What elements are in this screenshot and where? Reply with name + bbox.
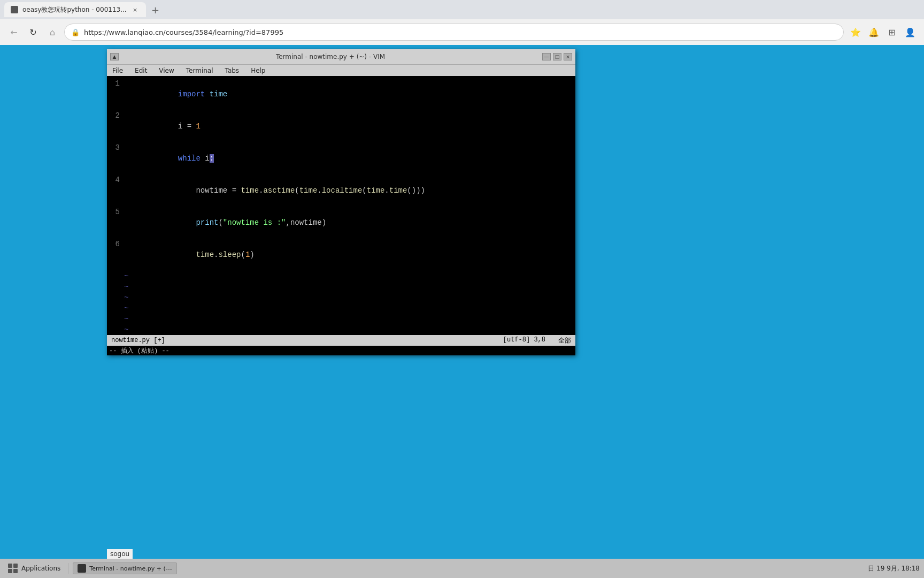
vim-tilde-line: ~ xyxy=(107,292,575,303)
vim-tilde-line: ~ xyxy=(107,324,575,335)
tab-title: oeasy教您玩转python - 000113... xyxy=(22,5,127,14)
vim-titlebar-controls-left: ▲ xyxy=(110,53,119,60)
svg-rect-0 xyxy=(8,564,12,568)
vim-tilde-line: ~ xyxy=(107,303,575,314)
back-button[interactable]: ← xyxy=(6,25,21,40)
reload-button[interactable]: ↻ xyxy=(26,25,41,40)
vim-line-3: 3 while i: xyxy=(107,142,575,174)
extensions-icon[interactable]: ⊞ xyxy=(884,25,899,40)
applications-label: Applications xyxy=(21,565,60,572)
new-tab-button[interactable]: + xyxy=(148,2,163,17)
vim-ctrl-icon: ▲ xyxy=(110,53,119,60)
vim-statusbar: nowtime.py [+] [utf-8] 3,8 全部 xyxy=(107,335,575,346)
taskbar-terminal-label: Terminal - nowtime.py + (--- xyxy=(89,565,172,572)
vim-menubar: File Edit View Terminal Tabs Help xyxy=(107,64,575,76)
notification-icon[interactable]: 🔔 xyxy=(866,25,881,40)
vim-titlebar: ▲ Terminal - nowtime.py + (~) - VIM — □ … xyxy=(107,49,575,64)
vim-titlebar-controls-right: — □ × xyxy=(542,53,572,60)
tab-close-button[interactable]: × xyxy=(131,5,140,14)
vim-line-5: 5 print("nowtime is :",nowtime) xyxy=(107,207,575,239)
vim-menu-help[interactable]: Help xyxy=(249,67,267,74)
vim-close-button[interactable]: × xyxy=(564,53,572,60)
vim-tilde-line: ~ xyxy=(107,282,575,292)
bookmark-icon[interactable]: ⭐ xyxy=(848,25,863,40)
vim-encoding: [utf-8] 3,8 xyxy=(503,336,545,345)
svg-rect-3 xyxy=(13,569,18,573)
browser-chrome: oeasy教您玩转python - 000113... × + ← ↻ ⌂ 🔒 … xyxy=(0,0,924,45)
vim-menu-terminal[interactable]: Terminal xyxy=(184,67,215,74)
vim-line-4: 4 nowtime = time.asctime(time.localtime(… xyxy=(107,174,575,207)
vim-modeline: -- 插入 (粘贴) -- xyxy=(107,346,575,355)
url-text: https://www.lanqiao.cn/courses/3584/lear… xyxy=(84,28,837,36)
vim-tilde-line: ~ xyxy=(107,271,575,282)
terminal-icon xyxy=(78,564,86,573)
svg-rect-2 xyxy=(8,569,12,573)
vim-menu-tabs[interactable]: Tabs xyxy=(223,67,242,74)
taskbar-right: 日 19 9月, 18:18 xyxy=(868,564,920,573)
content-area: ▲ Terminal - nowtime.py + (~) - VIM — □ … xyxy=(0,45,924,578)
applications-icon xyxy=(7,563,18,574)
taskbar: Applications Terminal - nowtime.py + (--… xyxy=(0,559,924,578)
vim-minimize-button[interactable]: — xyxy=(542,53,551,60)
browser-tab-bar: oeasy教您玩转python - 000113... × + xyxy=(0,0,924,19)
vim-filename: nowtime.py [+] xyxy=(111,337,165,344)
home-button[interactable]: ⌂ xyxy=(45,25,60,40)
vim-editor[interactable]: 1 import time 2 i = 1 3 while i: xyxy=(107,76,575,355)
vim-window-title: Terminal - nowtime.py + (~) - VIM xyxy=(119,53,542,60)
vim-tilde-line: ~ xyxy=(107,314,575,324)
vim-scroll: 全部 xyxy=(558,336,571,345)
lock-icon: 🔒 xyxy=(71,28,80,36)
browser-tab[interactable]: oeasy教您玩转python - 000113... × xyxy=(4,2,146,17)
address-bar[interactable]: 🔒 https://www.lanqiao.cn/courses/3584/le… xyxy=(64,24,844,41)
taskbar-datetime: 日 19 9月, 18:18 xyxy=(868,564,920,573)
vim-line-1: 1 import time xyxy=(107,78,575,110)
sogou-label: sogou xyxy=(107,549,133,559)
profile-icon[interactable]: 👤 xyxy=(903,25,918,40)
tab-favicon xyxy=(11,6,18,13)
vim-line-2: 2 i = 1 xyxy=(107,110,575,142)
browser-nav-bar: ← ↻ ⌂ 🔒 https://www.lanqiao.cn/courses/3… xyxy=(0,19,924,45)
vim-terminal-window: ▲ Terminal - nowtime.py + (~) - VIM — □ … xyxy=(107,49,575,355)
vim-line-6: 6 time.sleep(1) xyxy=(107,239,575,271)
vim-menu-view[interactable]: View xyxy=(157,67,176,74)
vim-menu-edit[interactable]: Edit xyxy=(133,67,149,74)
vim-statusbar-right: [utf-8] 3,8 全部 xyxy=(503,336,571,345)
vim-code-content: 1 import time 2 i = 1 3 while i: xyxy=(107,76,575,335)
vim-menu-file[interactable]: File xyxy=(110,67,125,74)
browser-right-icons: ⭐ 🔔 ⊞ 👤 xyxy=(848,25,918,40)
taskbar-applications-button[interactable]: Applications xyxy=(4,563,64,574)
taskbar-terminal-item[interactable]: Terminal - nowtime.py + (--- xyxy=(73,562,176,574)
taskbar-separator xyxy=(68,563,68,574)
vim-maximize-button[interactable]: □ xyxy=(553,53,561,60)
svg-rect-1 xyxy=(13,564,18,568)
